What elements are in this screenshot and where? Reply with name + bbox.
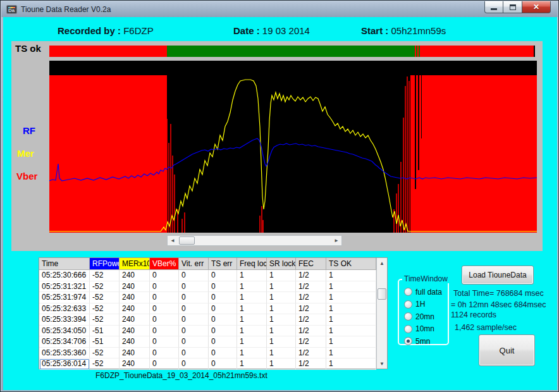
table-cell[interactable]: 0 [209,303,237,315]
table-cell[interactable]: 0 [150,336,179,348]
table-cell[interactable]: 1 [326,270,376,281]
table-cell[interactable]: 0 [179,314,209,326]
table-cell[interactable]: 0 [150,358,179,370]
table-cell[interactable]: 0 [209,270,237,281]
table-cell[interactable]: 0 [209,281,237,293]
close-button[interactable]: ✕ [522,1,551,13]
table-cell[interactable]: 240 [120,270,150,281]
table-row[interactable]: 05:25:30:666-52240000111/21 [39,270,376,281]
table-cell[interactable]: 0 [179,358,209,370]
table-cell[interactable]: 0 [150,292,179,303]
table-cell[interactable]: 1 [267,326,296,337]
column-header[interactable]: Time [39,258,90,270]
table-cell[interactable]: 0 [150,348,179,359]
table-cell[interactable]: 05:25:36:014 [39,358,90,370]
table-cell[interactable]: 1/2 [296,270,326,281]
table-cell[interactable]: 0 [150,314,179,326]
scroll-down-icon[interactable]: ▼ [377,358,387,369]
table-row[interactable]: 05:25:31:321-52240000111/21 [39,281,376,293]
table-cell[interactable]: 1 [267,292,296,303]
table-cell[interactable]: 1 [267,303,296,315]
table-cell[interactable]: 0 [179,326,209,337]
table-cell[interactable]: 1 [326,348,376,359]
table-cell[interactable]: 240 [120,314,150,326]
table-cell[interactable]: 1/2 [296,336,326,348]
table-row[interactable]: 05:25:31:974-52240000111/21 [39,292,376,303]
table-row[interactable]: 05:25:34:706-51240000111/21 [39,336,376,348]
table-cell[interactable]: 05:25:31:974 [39,292,90,303]
table-row[interactable]: 05:25:36:014-52240000111/21 [39,358,376,370]
table-cell[interactable]: 0 [209,336,237,348]
table-cell[interactable]: 0 [179,348,209,359]
table-vertical-scrollbar[interactable]: ▲ ▼ [376,258,387,369]
table-cell[interactable]: 1 [326,326,376,337]
table-cell[interactable]: 1 [326,281,376,293]
table-cell[interactable]: 1 [326,358,376,370]
table-cell[interactable]: 1 [237,326,267,337]
table-cell[interactable]: 1/2 [296,303,326,315]
column-header[interactable]: TS OK [326,258,376,270]
scroll-thumb[interactable] [378,288,386,300]
table-cell[interactable]: 0 [150,326,179,337]
chart-horizontal-scrollbar[interactable]: ◄ ► [167,235,342,246]
column-header[interactable]: MERx10 [120,258,150,270]
radio-option-1H[interactable]: 1H [404,298,448,311]
table-cell[interactable]: 05:25:34:706 [39,336,90,348]
table-cell[interactable]: -52 [90,314,120,326]
scroll-up-icon[interactable]: ▲ [377,258,387,268]
column-header[interactable]: Freq lock [237,258,267,270]
table-cell[interactable]: 1 [237,358,267,370]
table-cell[interactable]: 05:25:35:360 [39,348,90,359]
table-cell[interactable]: 240 [120,303,150,315]
table-cell[interactable]: 1 [237,303,267,315]
column-header[interactable]: FEC [296,258,326,270]
column-header[interactable]: VBer% [150,258,179,270]
table-cell[interactable]: -52 [90,292,120,303]
table-cell[interactable]: 0 [209,326,237,337]
table-cell[interactable]: 0 [150,303,179,315]
table-cell[interactable]: 1 [237,270,267,281]
table-cell[interactable]: 0 [150,270,179,281]
table-row[interactable]: 05:25:33:394-52240000111/21 [39,314,376,326]
table-cell[interactable]: 05:25:32:633 [39,303,90,315]
table-cell[interactable]: -51 [90,336,120,348]
table-cell[interactable]: 240 [120,326,150,337]
table-cell[interactable]: 05:25:30:666 [39,270,90,281]
table-cell[interactable]: 0 [179,292,209,303]
radio-option-10mn[interactable]: 10mn [404,323,448,336]
titlebar[interactable]: Tioune Data Reader V0.2a ✕ [1,1,558,17]
table-cell[interactable]: 1 [237,292,267,303]
table-cell[interactable]: 05:25:31:321 [39,281,90,293]
table-cell[interactable]: -52 [90,358,120,370]
quit-button[interactable]: Quit [479,334,535,366]
radio-option-20mn[interactable]: 20mn [404,310,448,323]
table-cell[interactable]: 0 [179,336,209,348]
table-cell[interactable]: 1 [326,336,376,348]
table-cell[interactable]: 0 [179,270,209,281]
column-header[interactable]: RFPower [90,258,120,270]
table-cell[interactable]: 1 [267,358,296,370]
table-cell[interactable]: -51 [90,326,120,337]
table-cell[interactable]: 1 [326,303,376,315]
table-cell[interactable]: 1 [237,348,267,359]
table-cell[interactable]: 240 [120,358,150,370]
radio-option-5mn[interactable]: 5mn [404,335,448,348]
load-tiounedata-button[interactable]: Load TiouneData [462,266,534,285]
table-cell[interactable]: -52 [90,270,120,281]
table-cell[interactable]: 0 [150,281,179,293]
table-cell[interactable]: 05:25:33:394 [39,314,90,326]
table-cell[interactable]: 240 [120,348,150,359]
table-cell[interactable]: 1/2 [296,292,326,303]
table-cell[interactable]: 05:25:34:050 [39,326,90,337]
minimize-button[interactable] [484,1,503,13]
table-cell[interactable]: 1/2 [296,281,326,293]
table-cell[interactable]: 1/2 [296,326,326,337]
column-header[interactable]: TS err [209,258,237,270]
table-cell[interactable]: 1 [237,314,267,326]
table-cell[interactable]: 1/2 [296,358,326,370]
table-cell[interactable]: 0 [179,281,209,293]
table-cell[interactable]: 1/2 [296,348,326,359]
table-row[interactable]: 05:25:35:360-52240000111/21 [39,348,376,359]
table-cell[interactable]: 0 [209,358,237,370]
table-cell[interactable]: 1 [237,281,267,293]
